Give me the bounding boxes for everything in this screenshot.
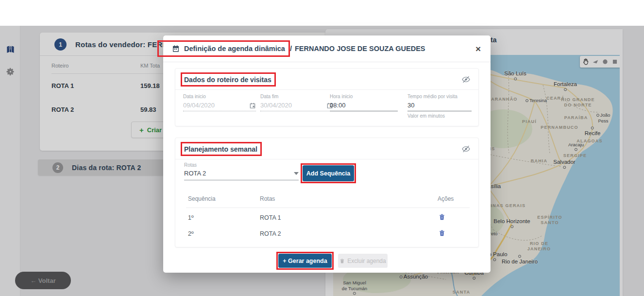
- table-row: 2º ROTA 2: [186, 224, 470, 240]
- field-value: 30: [407, 102, 414, 109]
- section-title: Dados do roteiro de visitas: [184, 76, 271, 84]
- gerar-agenda-button[interactable]: + Gerar agenda: [278, 254, 332, 268]
- hora-inicio-field[interactable]: Hora inicio 08:00: [330, 94, 398, 111]
- delete-row-button[interactable]: [438, 212, 446, 223]
- trash-icon: [439, 213, 445, 221]
- eye-slash-icon[interactable]: [461, 144, 471, 154]
- sequence-value: 1º: [186, 214, 260, 221]
- trash-icon: [339, 258, 345, 264]
- section-planejamento: Planejamento semanal Rotas ROTA 2 Add Se…: [175, 138, 479, 247]
- delete-row-button[interactable]: [438, 228, 446, 239]
- select-label: Rotas: [184, 162, 299, 168]
- section-title: Planejamento semanal: [184, 145, 257, 153]
- column-header-rotas: Rotas: [260, 195, 438, 202]
- plus-icon: +: [283, 258, 286, 264]
- rotas-select[interactable]: Rotas ROTA 2: [184, 162, 299, 180]
- top-whitespace: [0, 0, 644, 26]
- sequence-value: 2º: [186, 230, 260, 237]
- field-label: Data inicio: [183, 94, 256, 99]
- planejamento-controls: Rotas ROTA 2 Add Sequência: [175, 159, 478, 189]
- excluir-agenda-button[interactable]: Excluir agenda: [338, 254, 388, 268]
- calendar-icon: [172, 45, 180, 52]
- field-value: 08:00: [330, 102, 346, 109]
- field-value: 30/04/2020: [260, 102, 292, 109]
- excluir-agenda-label: Excluir agenda: [347, 258, 386, 264]
- add-sequencia-button[interactable]: Add Sequência: [303, 165, 354, 181]
- tempo-medio-field[interactable]: Tempo médio por visita 30 Valor em minut…: [407, 94, 472, 119]
- rota-value: ROTA 1: [260, 214, 438, 221]
- column-header-acoes: Ações: [438, 195, 470, 202]
- data-fim-field[interactable]: Data fim 30/04/2020: [260, 94, 333, 111]
- calendar-icon[interactable]: [249, 102, 256, 109]
- sequence-table: Sequência Rotas Ações 1º ROTA 1 2º ROTA …: [175, 189, 478, 240]
- chevron-down-icon: [294, 172, 299, 175]
- title-separator: /: [290, 45, 292, 52]
- field-value: 09/04/2020: [183, 102, 215, 109]
- field-label: Data fim: [260, 94, 333, 99]
- table-row: 1º ROTA 1: [186, 208, 470, 224]
- rota-value: ROTA 2: [260, 230, 438, 237]
- close-icon[interactable]: ×: [475, 44, 481, 53]
- screen: 1 Rotas do vendedor: FERNAND Roteiro KM …: [0, 0, 644, 296]
- field-label: Hora inicio: [330, 94, 398, 99]
- modal-subject: FERNANDO JOSE DE SOUZA GUEDES: [295, 45, 425, 52]
- modal-footer: + Gerar agenda Excluir agenda: [163, 254, 491, 268]
- field-label: Tempo médio por visita: [407, 94, 472, 99]
- modal-title: Definição de agenda dinâmica: [184, 45, 285, 52]
- agenda-modal: Definição de agenda dinâmica / FERNANDO …: [163, 35, 491, 273]
- select-value: ROTA 2: [184, 170, 206, 177]
- data-inicio-field[interactable]: Data inicio 09/04/2020: [183, 94, 256, 111]
- gerar-agenda-label: Gerar agenda: [288, 258, 327, 264]
- roteiro-fields: Data inicio 09/04/2020 Data fim 30/04/20…: [175, 90, 478, 125]
- column-header-sequencia: Sequência: [186, 195, 260, 202]
- section-dados-roteiro: Dados do roteiro de visitas Data inicio …: [175, 68, 479, 126]
- modal-header: Definição de agenda dinâmica / FERNANDO …: [163, 35, 491, 62]
- trash-icon: [439, 229, 445, 237]
- field-helper: Valor em minutos: [407, 113, 472, 119]
- eye-slash-icon[interactable]: [461, 75, 471, 84]
- modal-title-annotated: Definição de agenda dinâmica: [172, 45, 285, 52]
